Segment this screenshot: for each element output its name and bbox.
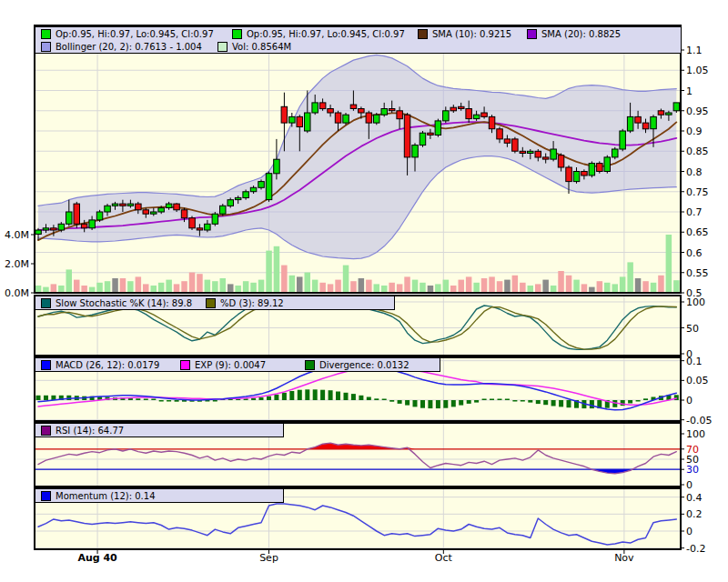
legend-item-rsi: RSI (14): 64.77 <box>41 424 124 436</box>
exp-label: EXP (9): 0.0047 <box>195 360 266 370</box>
svg-text:100: 100 <box>686 296 705 308</box>
ohlc-2-swatch-icon <box>232 29 242 39</box>
exp-swatch-icon <box>180 360 190 370</box>
sma20-swatch-icon <box>527 29 537 39</box>
ohlc-2-label: Op:0.95, Hi:0.97, Lo:0.945, Cl:0.97 <box>247 29 405 39</box>
svg-text:0.0M: 0.0M <box>5 287 29 299</box>
ohlc-1-swatch-icon <box>41 29 51 39</box>
x-axis-label-sep: Sep <box>259 552 278 564</box>
divergence-label: Divergence: 0.0132 <box>319 360 410 370</box>
svg-text:50: 50 <box>686 323 699 335</box>
svg-text:1.05: 1.05 <box>686 65 709 76</box>
legend-item-stoch-k: Slow Stochastic %K (14): 89.8 <box>41 296 192 309</box>
legend-item-sma20: SMA (20): 0.8825 <box>527 27 621 40</box>
svg-text:4.0M: 4.0M <box>5 229 29 241</box>
rsi-label: RSI (14): 64.77 <box>56 426 124 436</box>
svg-text:0: 0 <box>686 395 693 406</box>
momentum-legend: Momentum (12): 0.14 <box>35 488 284 503</box>
svg-text:100: 100 <box>686 428 705 440</box>
bollinger-swatch-icon <box>41 42 51 52</box>
stock-chart-window: 1.11.0510.950.90.850.80.750.70.650.60.55… <box>0 0 728 582</box>
legend-item-stoch-d: %D (3): 89.12 <box>206 296 284 309</box>
svg-text:-0.05: -0.05 <box>686 415 712 426</box>
legend-item-volume: Vol: 0.8564M <box>217 40 291 53</box>
stochastic-legend: Slow Stochastic %K (14): 89.8 %D (3): 89… <box>35 296 395 310</box>
svg-text:0.7: 0.7 <box>686 206 703 218</box>
svg-text:0.2: 0.2 <box>686 508 703 520</box>
legend-item-exp: EXP (9): 0.0047 <box>180 358 266 371</box>
bollinger-label: Bollinger (20, 2): 0.7613 - 1.004 <box>56 42 202 52</box>
svg-text:1: 1 <box>686 85 693 97</box>
svg-text:0.6: 0.6 <box>686 247 703 259</box>
svg-text:0: 0 <box>686 526 693 537</box>
main-chart-legend: Op:0.95, Hi:0.97, Lo:0.945, Cl:0.97 Op:0… <box>35 26 682 54</box>
legend-item-macd: MACD (26, 12): 0.0179 <box>41 358 159 371</box>
svg-text:0.85: 0.85 <box>686 146 709 157</box>
divergence-swatch-icon <box>305 360 315 370</box>
svg-text:0.75: 0.75 <box>686 186 709 198</box>
legend-item-divergence: Divergence: 0.0132 <box>305 358 410 371</box>
stoch-k-swatch-icon <box>41 298 51 308</box>
macd-swatch-icon <box>41 360 51 370</box>
x-axis-label-aug: Aug 40 <box>77 552 116 564</box>
stoch-d-swatch-icon <box>206 298 216 308</box>
ohlc-1-label: Op:0.95, Hi:0.97, Lo:0.945, Cl:0.97 <box>56 29 214 39</box>
x-axis-label-nov: Nov <box>614 552 633 564</box>
svg-text:0.65: 0.65 <box>686 226 709 238</box>
legend-item-momentum: Momentum (12): 0.14 <box>41 489 156 502</box>
x-axis-label-oct: Oct <box>435 552 452 564</box>
main-legend-row-2: Bollinger (20, 2): 0.7613 - 1.004 Vol: 0… <box>35 40 681 53</box>
sma20-label: SMA (20): 0.8825 <box>541 29 621 39</box>
rsi-legend: RSI (14): 64.77 <box>35 423 284 437</box>
svg-text:0: 0 <box>686 479 693 491</box>
macd-legend: MACD (26, 12): 0.0179 EXP (9): 0.0047 Di… <box>35 357 440 372</box>
legend-item-ohlc-1: Op:0.95, Hi:0.97, Lo:0.945, Cl:0.97 <box>41 27 214 40</box>
macd-label: MACD (26, 12): 0.0179 <box>56 360 159 370</box>
svg-text:-0.2: -0.2 <box>686 543 705 555</box>
sma10-swatch-icon <box>418 29 428 39</box>
svg-text:0.1: 0.1 <box>686 356 703 367</box>
svg-text:0.95: 0.95 <box>686 105 709 117</box>
main-legend-row-1: Op:0.95, Hi:0.97, Lo:0.945, Cl:0.97 Op:0… <box>35 27 681 40</box>
legend-item-sma10: SMA (10): 0.9215 <box>418 27 511 40</box>
svg-text:2.0M: 2.0M <box>5 258 29 270</box>
legend-item-bollinger: Bollinger (20, 2): 0.7613 - 1.004 <box>41 40 202 53</box>
volume-label: Vol: 0.8564M <box>232 42 291 52</box>
volume-swatch-icon <box>217 42 228 52</box>
rsi-swatch-icon <box>41 426 51 436</box>
stoch-k-label: Slow Stochastic %K (14): 89.8 <box>56 298 192 308</box>
svg-text:0.55: 0.55 <box>686 267 709 279</box>
svg-text:0.4: 0.4 <box>686 492 703 504</box>
momentum-label: Momentum (12): 0.14 <box>56 491 156 501</box>
sma10-label: SMA (10): 0.9215 <box>432 29 511 39</box>
momentum-swatch-icon <box>41 491 51 501</box>
svg-text:1.1: 1.1 <box>686 45 703 56</box>
svg-text:30: 30 <box>686 464 699 476</box>
svg-text:0.8: 0.8 <box>686 166 703 178</box>
stoch-d-label: %D (3): 89.12 <box>220 298 284 308</box>
svg-text:0.05: 0.05 <box>686 375 709 386</box>
legend-item-ohlc-2: Op:0.95, Hi:0.97, Lo:0.945, Cl:0.97 <box>232 27 405 40</box>
svg-text:0.9: 0.9 <box>686 125 703 137</box>
